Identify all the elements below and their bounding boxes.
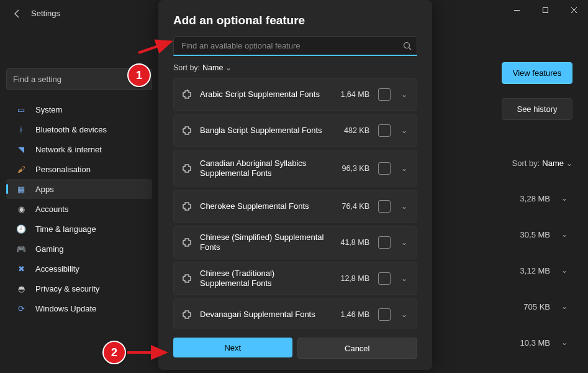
feature-row[interactable]: Arabic Script Supplemental Fonts 1,64 MB… bbox=[173, 78, 417, 111]
installed-feature-row[interactable]: 30,5 MB⌄ bbox=[433, 216, 572, 252]
main-sort-by[interactable]: Sort by: Name ⌄ bbox=[512, 159, 572, 168]
sidebar-item-accessibility[interactable]: ✖Accessibility bbox=[6, 259, 152, 279]
sidebar-item-gaming[interactable]: 🎮Gaming bbox=[6, 239, 152, 259]
sidebar-item-network[interactable]: ◥Network & internet bbox=[6, 139, 152, 159]
chevron-down-icon[interactable]: ⌄ bbox=[399, 238, 409, 247]
sidebar-item-label: Personalisation bbox=[35, 165, 91, 174]
feature-row[interactable]: Chinese (Simplified) Supplemental Fonts … bbox=[173, 226, 417, 259]
sidebar-item-label: Accounts bbox=[35, 205, 68, 214]
sidebar-item-label: Gaming bbox=[35, 244, 64, 254]
sidebar-item-label: System bbox=[35, 105, 62, 114]
sidebar-item-apps[interactable]: ▦Apps bbox=[6, 179, 152, 199]
feature-size: 3,28 MB bbox=[520, 194, 550, 203]
dialog-search-field[interactable] bbox=[173, 36, 417, 56]
sidebar-item-label: Windows Update bbox=[35, 304, 96, 313]
sidebar-item-label: Bluetooth & devices bbox=[35, 125, 107, 134]
chevron-down-icon[interactable]: ⌄ bbox=[399, 310, 409, 319]
feature-checkbox[interactable] bbox=[378, 200, 391, 213]
feature-row[interactable]: Cherokee Supplemental Fonts 76,4 KB ⌄ bbox=[173, 190, 417, 223]
dialog-feature-list: Arabic Script Supplemental Fonts 1,64 MB… bbox=[173, 78, 417, 329]
feature-checkbox[interactable] bbox=[378, 272, 391, 285]
chevron-down-icon[interactable]: ⌄ bbox=[399, 90, 409, 99]
arrow-left-icon bbox=[12, 9, 22, 19]
installed-feature-row[interactable]: 3,12 MB⌄ bbox=[433, 252, 572, 288]
chevron-down-icon: ⌄ bbox=[561, 194, 568, 203]
wifi-icon: ◥ bbox=[16, 144, 26, 154]
sort-by-value: Name bbox=[202, 63, 223, 72]
feature-checkbox[interactable] bbox=[378, 162, 391, 175]
view-features-label: View features bbox=[513, 68, 562, 78]
minimize-button[interactable] bbox=[502, 0, 531, 20]
installed-feature-row[interactable]: 705 KB⌄ bbox=[433, 288, 572, 325]
sidebar-item-bluetooth[interactable]: ᚼBluetooth & devices bbox=[6, 119, 152, 139]
dialog-search-input[interactable] bbox=[180, 40, 397, 51]
close-button[interactable] bbox=[559, 0, 588, 20]
search-icon bbox=[403, 42, 412, 52]
dialog-sort-by[interactable]: Sort by: Name ⌄ bbox=[173, 63, 417, 72]
chevron-down-icon[interactable]: ⌄ bbox=[399, 274, 409, 283]
feature-checkbox[interactable] bbox=[378, 236, 391, 249]
chevron-down-icon: ⌄ bbox=[561, 266, 568, 275]
sidebar-item-time-language[interactable]: 🕘Time & language bbox=[6, 219, 152, 239]
see-history-button[interactable]: See history bbox=[502, 98, 572, 120]
page-title: Settings bbox=[31, 9, 60, 18]
chevron-down-icon: ⌄ bbox=[225, 63, 232, 72]
feature-name: Chinese (Simplified) Supplemental Fonts bbox=[200, 233, 325, 253]
annotation-number: 2 bbox=[111, 346, 117, 359]
svg-point-4 bbox=[404, 43, 410, 48]
puzzle-icon bbox=[181, 237, 192, 248]
feature-row[interactable]: Devanagari Supplemental Fonts 1,46 MB ⌄ bbox=[173, 298, 417, 329]
svg-line-5 bbox=[409, 48, 412, 50]
maximize-button[interactable] bbox=[531, 0, 559, 20]
installed-features-list-partial: 3,28 MB⌄ 30,5 MB⌄ 3,12 MB⌄ 705 KB⌄ 10,3 … bbox=[433, 180, 572, 361]
installed-feature-row[interactable]: 3,28 MB⌄ bbox=[433, 180, 572, 216]
sort-by-label: Sort by: bbox=[512, 159, 540, 168]
sidebar-item-label: Network & internet bbox=[35, 145, 102, 154]
puzzle-icon bbox=[181, 201, 192, 212]
puzzle-icon bbox=[181, 163, 192, 174]
next-button[interactable]: Next bbox=[173, 338, 292, 357]
accessibility-icon: ✖ bbox=[16, 264, 26, 274]
chevron-down-icon[interactable]: ⌄ bbox=[399, 126, 409, 135]
feature-size: 41,8 MB bbox=[332, 238, 369, 247]
chevron-down-icon[interactable]: ⌄ bbox=[399, 164, 409, 173]
feature-checkbox[interactable] bbox=[378, 88, 391, 101]
chevron-down-icon[interactable]: ⌄ bbox=[399, 202, 409, 211]
apps-icon: ▦ bbox=[16, 184, 26, 194]
feature-size: 76,4 KB bbox=[332, 202, 369, 211]
settings-window: Settings Find a setting ▭System ᚼBluetoo… bbox=[0, 0, 588, 373]
feature-name: Bangla Script Supplemental Fonts bbox=[200, 126, 325, 136]
feature-name: Canadian Aboriginal Syllabics Supplement… bbox=[200, 159, 325, 179]
sort-by-label: Sort by: bbox=[173, 63, 200, 72]
feature-row[interactable]: Chinese (Traditional) Supplemental Fonts… bbox=[173, 262, 417, 295]
installed-feature-row[interactable]: 10,3 MB⌄ bbox=[433, 325, 572, 361]
feature-size: 1,46 MB bbox=[332, 310, 369, 319]
view-features-button[interactable]: View features bbox=[502, 62, 572, 84]
feature-name: Arabic Script Supplemental Fonts bbox=[200, 90, 325, 99]
sidebar-item-windows-update[interactable]: ⟳Windows Update bbox=[6, 298, 152, 318]
sidebar-item-accounts[interactable]: ◉Accounts bbox=[6, 199, 152, 219]
back-button[interactable] bbox=[12, 9, 22, 21]
feature-checkbox[interactable] bbox=[378, 124, 391, 137]
sidebar-item-system[interactable]: ▭System bbox=[6, 99, 152, 119]
feature-name: Chinese (Traditional) Supplemental Fonts bbox=[200, 269, 325, 289]
sidebar-item-privacy[interactable]: ◓Privacy & security bbox=[6, 279, 152, 298]
see-history-label: See history bbox=[517, 104, 557, 114]
sidebar-item-personalisation[interactable]: 🖌Personalisation bbox=[6, 159, 152, 179]
svg-rect-1 bbox=[543, 7, 548, 12]
puzzle-icon bbox=[181, 89, 192, 100]
sidebar-item-label: Time & language bbox=[35, 224, 96, 234]
dialog-button-row: Next Cancel bbox=[173, 338, 417, 359]
sidebar-nav: ▭System ᚼBluetooth & devices ◥Network & … bbox=[6, 99, 152, 318]
puzzle-icon bbox=[181, 273, 192, 284]
paintbrush-icon: 🖌 bbox=[16, 164, 26, 174]
feature-name: Devanagari Supplemental Fonts bbox=[200, 310, 325, 320]
find-setting-placeholder: Find a setting bbox=[13, 75, 61, 84]
cancel-button[interactable]: Cancel bbox=[297, 338, 418, 359]
find-setting-input[interactable]: Find a setting bbox=[6, 68, 152, 90]
feature-row[interactable]: Bangla Script Supplemental Fonts 482 KB … bbox=[173, 114, 417, 147]
sidebar-item-label: Accessibility bbox=[35, 264, 79, 274]
feature-checkbox[interactable] bbox=[378, 308, 391, 321]
feature-row[interactable]: Canadian Aboriginal Syllabics Supplement… bbox=[173, 150, 417, 186]
feature-size: 30,5 MB bbox=[520, 230, 550, 239]
